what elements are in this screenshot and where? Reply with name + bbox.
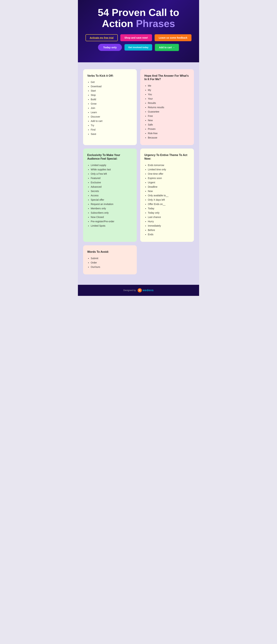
- list-item: Discover: [91, 115, 132, 118]
- card-hope-title: Hope And The Answer For What's In It For…: [144, 74, 190, 81]
- cta-row-2: Today only Get involved today Add to car…: [83, 44, 194, 51]
- card-verbs-title: Verbs To Kick it Off:: [87, 74, 132, 78]
- list-item: Expires soon: [148, 176, 190, 180]
- list-item: Today only: [148, 211, 190, 215]
- card-hope-list: Me My You Your Results Returns results G…: [144, 84, 190, 140]
- title-highlight: Phrases: [136, 18, 175, 29]
- cards-row-3: Words To Avoid: Submit Order Our/ours: [83, 245, 194, 274]
- cards-row-1: Verbs To Kick it Off: Get Download Start…: [83, 69, 194, 145]
- list-item: Pre-register/Pre-order: [91, 220, 132, 223]
- shop-save-button[interactable]: Shop and save now!: [120, 34, 152, 41]
- list-item: Limited Spots: [91, 224, 132, 228]
- list-item: Free: [148, 114, 190, 118]
- leave-feedback-button[interactable]: Leave us some feedback: [154, 34, 192, 41]
- footer: Designed by W wedevs: [78, 285, 199, 296]
- list-item: Download: [91, 85, 132, 88]
- header-section: 54 Proven Call to Action Phrases Activat…: [78, 0, 199, 62]
- main-content: Verbs To Kick it Off: Get Download Start…: [78, 62, 199, 285]
- card-hope: Hope And The Answer For What's In It For…: [140, 69, 194, 145]
- list-item: Secrets: [91, 190, 132, 193]
- card-verbs: Verbs To Kick it Off: Get Download Start…: [83, 69, 137, 145]
- list-item: Deadline: [148, 185, 190, 189]
- card-exclusivity-title: Exclusivity To Make Your Audience Feel S…: [87, 154, 132, 161]
- card-urgency-list: Ends tomorrow Limited time only One-time…: [144, 164, 190, 236]
- footer-logo: W wedevs: [138, 288, 154, 292]
- list-item: Last chance: [148, 215, 190, 219]
- list-item: Now Closed: [91, 215, 132, 219]
- footer-logo-text: wedevs: [143, 289, 154, 292]
- footer-text: Designed by: [123, 289, 136, 292]
- list-item: Save: [91, 132, 132, 136]
- add-to-cart-button[interactable]: Add to cart →: [155, 44, 179, 51]
- list-item: Find: [91, 128, 132, 132]
- list-item: Returns results: [148, 106, 190, 109]
- card-urgency-title: Urgency To Entive Theme To Act Now:: [144, 154, 190, 161]
- list-item: Learn: [91, 110, 132, 114]
- list-item: Stop: [91, 93, 132, 97]
- card-avoid: Words To Avoid: Submit Order Our/ours: [83, 245, 137, 274]
- card-exclusivity-list: Limited supply While supplies last Only …: [87, 164, 132, 228]
- list-item: Exclusive: [91, 181, 132, 184]
- list-item: Guarantee: [148, 110, 190, 114]
- list-item: Hurry: [148, 220, 190, 223]
- list-item: Results: [148, 101, 190, 105]
- list-item: Special offer: [91, 198, 132, 202]
- today-only-button[interactable]: Today only: [98, 44, 122, 51]
- list-item: Because: [148, 136, 190, 140]
- card-exclusivity: Exclusivity To Make Your Audience Feel S…: [83, 148, 137, 242]
- list-item: Build: [91, 98, 132, 101]
- cta-row-1: Activate my free trial Shop and save now…: [83, 34, 194, 41]
- list-item: Access: [91, 194, 132, 197]
- list-item: Urgent: [148, 181, 190, 184]
- wedevs-icon: W: [138, 288, 142, 292]
- list-item: My: [148, 88, 190, 92]
- list-item: While supplies last: [91, 168, 132, 172]
- list-item: Immediately: [148, 224, 190, 228]
- list-item: Ends: [148, 233, 190, 236]
- activate-trial-button[interactable]: Activate my free trial: [86, 34, 118, 41]
- list-item: Safe: [148, 123, 190, 126]
- list-item: New: [148, 118, 190, 122]
- list-item: Limited supply: [91, 164, 132, 167]
- list-item: Limited time only: [148, 168, 190, 172]
- cards-row-2: Exclusivity To Make Your Audience Feel S…: [83, 148, 194, 242]
- title-line1: 54 Proven Call to: [98, 7, 179, 18]
- list-item: Get: [91, 80, 132, 84]
- list-item: Today: [148, 207, 190, 210]
- list-item: You: [148, 92, 190, 96]
- list-item: Join: [91, 106, 132, 110]
- list-item: Me: [148, 84, 190, 88]
- list-item: Add to cart: [91, 119, 132, 123]
- list-item: Our/ours: [91, 265, 132, 269]
- list-item: Ends tomorrow: [148, 164, 190, 167]
- list-item: Only a Few left: [91, 172, 132, 176]
- list-item: Featured: [91, 176, 132, 180]
- list-item: Only X days left: [148, 198, 190, 202]
- get-involved-button[interactable]: Get involved today: [124, 44, 152, 50]
- list-item: Subscribers only: [91, 211, 132, 215]
- card-avoid-list: Submit Order Our/ours: [87, 256, 132, 269]
- list-item: Your: [148, 97, 190, 100]
- list-item: Proven: [148, 127, 190, 131]
- card-verbs-list: Get Download Start Stop Build Grow Join …: [87, 80, 132, 136]
- list-item: Before: [148, 228, 190, 232]
- list-item: Try: [91, 124, 132, 127]
- list-item: Request an invitation: [91, 202, 132, 206]
- list-item: Grow: [91, 102, 132, 106]
- list-item: Risk-free: [148, 132, 190, 135]
- card-urgency: Urgency To Entive Theme To Act Now: Ends…: [140, 148, 194, 242]
- list-item: Now: [148, 190, 190, 193]
- list-item: Order: [91, 261, 132, 264]
- list-item: Offer Ends on__: [148, 202, 190, 206]
- list-item: Submit: [91, 256, 132, 260]
- list-item: Only available to__: [148, 194, 190, 197]
- list-item: Advanced: [91, 185, 132, 189]
- list-item: Start: [91, 89, 132, 92]
- list-item: Members only: [91, 207, 132, 210]
- main-title: 54 Proven Call to Action Phrases: [83, 7, 194, 29]
- card-avoid-title: Words To Avoid:: [87, 250, 132, 254]
- list-item: One-time offer: [148, 172, 190, 176]
